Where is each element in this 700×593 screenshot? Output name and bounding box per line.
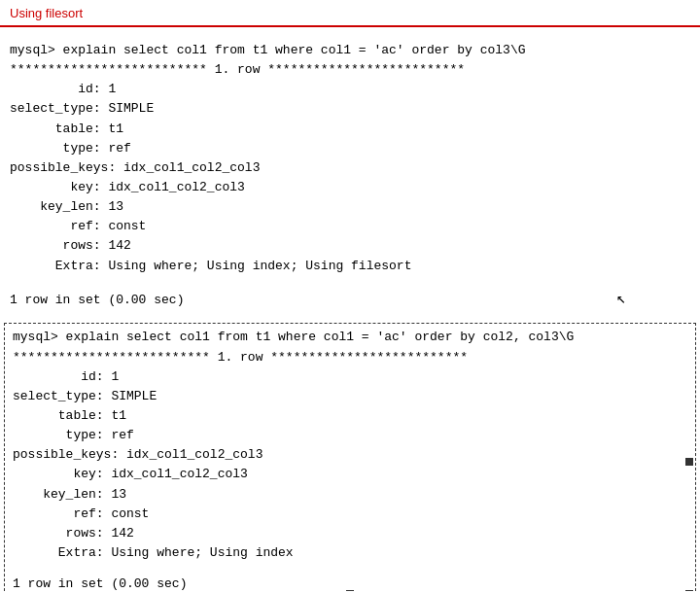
query-2-result: 1 row in set (0.00 sec) [13, 575, 687, 591]
query-2-extra: Extra: Using where; Using index [13, 543, 687, 563]
query-1-type: type: ref [10, 139, 690, 158]
query-1-extra: Extra: Using where; Using index; Using f… [10, 257, 690, 276]
query-1-ref: ref: const [10, 217, 690, 236]
window-title: Using filesort [10, 6, 83, 20]
query-1-command: mysql> explain select col1 from t1 where… [10, 41, 690, 60]
query-2-key: key: idx_col1_col2_col3 [13, 465, 687, 484]
resize-handle-bottom[interactable] [346, 590, 354, 591]
query-2-key-len: key_len: 13 [13, 485, 687, 505]
query-2-separator: ************************** 1. row ******… [13, 348, 687, 367]
cursor-arrow: ↖ [616, 288, 626, 312]
query-2-command: mysql> explain select col1 from t1 where… [13, 328, 687, 347]
query-2-type: type: ref [13, 426, 687, 445]
query-1-id: id: 1 [10, 80, 690, 99]
query-1-key-len: key_len: 13 [10, 197, 690, 217]
query-2-select-type: select_type: SIMPLE [13, 387, 687, 406]
query-1-select-type: select_type: SIMPLE [10, 99, 690, 119]
resize-handle-corner[interactable] [685, 590, 693, 591]
query-block-1: mysql> explain select col1 from t1 where… [0, 37, 700, 317]
content-area: mysql> explain select col1 from t1 where… [0, 27, 700, 591]
query-1-possible-keys: possible_keys: idx_col1_col2_col3 [10, 158, 690, 178]
query-1-rows: rows: 142 [10, 236, 690, 256]
query-1-result: 1 row in set (0.00 sec) ↖ [10, 288, 690, 312]
title-bar: Using filesort [0, 0, 700, 27]
query-2-possible-keys: possible_keys: idx_col1_col2_col3 [13, 445, 687, 465]
resize-handle-right[interactable] [685, 458, 693, 466]
query-2-id: id: 1 [13, 367, 687, 387]
query-2-rows: rows: 142 [13, 524, 687, 543]
query-block-2: mysql> explain select col1 from t1 where… [4, 323, 696, 591]
query-1-table: table: t1 [10, 120, 690, 139]
query-2-table: table: t1 [13, 406, 687, 426]
query-1-separator: ************************** 1. row ******… [10, 60, 690, 80]
query-2-ref: ref: const [13, 505, 687, 524]
query-1-key: key: idx_col1_col2_col3 [10, 178, 690, 197]
